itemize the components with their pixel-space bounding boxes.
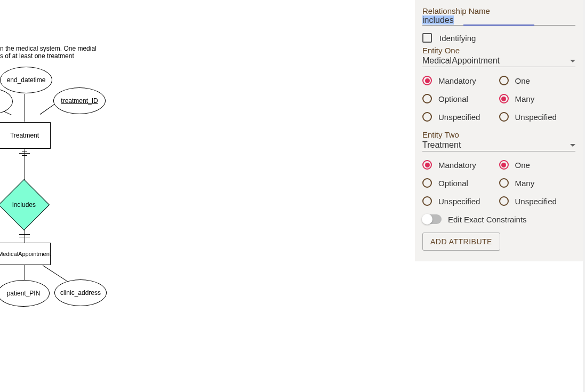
exact-constraints-toggle[interactable]	[422, 214, 442, 224]
exact-constraints-toggle-row[interactable]: Edit Exact Constraints	[422, 214, 575, 224]
entity-two-unspecified-card-radio[interactable]: Unspecified	[499, 196, 576, 206]
diagram-description: n the medical system. One medial s of at…	[0, 45, 97, 60]
entity-two-one-radio[interactable]: One	[499, 160, 576, 170]
connector	[19, 234, 30, 235]
connector	[22, 155, 27, 156]
entity-two-label: Entity Two	[422, 130, 575, 139]
diagram-canvas[interactable]: n the medical system. One medial s of at…	[0, 0, 415, 392]
connector	[19, 153, 30, 154]
entity-two-many-radio[interactable]: Many	[499, 178, 576, 188]
entity-two-unspecified-part-radio[interactable]: Unspecified	[422, 196, 499, 206]
connector	[19, 237, 30, 237]
exact-constraints-label: Edit Exact Constraints	[448, 215, 527, 224]
attribute-end-datetime[interactable]: end_datetime	[0, 67, 52, 93]
entity-one-unspecified-card-radio[interactable]: Unspecified	[499, 112, 576, 122]
vertical-scrollbar[interactable]	[583, 0, 585, 392]
identifying-checkbox[interactable]	[422, 33, 432, 43]
entity-two-mandatory-radio[interactable]: Mandatory	[422, 160, 499, 170]
connector	[22, 151, 27, 151]
entity-two-radio-grid: Mandatory One Optional Many Unspecified …	[422, 157, 575, 209]
attribute-treatment-id[interactable]: treatment_ID	[53, 87, 106, 114]
entity-one-one-radio[interactable]: One	[499, 76, 576, 85]
chevron-down-icon	[570, 60, 575, 62]
relationship-name-input[interactable]: includes	[422, 15, 454, 25]
connector	[25, 265, 25, 280]
entity-one-optional-radio[interactable]: Optional	[422, 94, 499, 103]
entity-two-select[interactable]: Treatment	[422, 139, 575, 151]
connector	[25, 94, 25, 122]
relationship-name-input-wrap[interactable]: includes	[422, 15, 575, 26]
attribute-patient-pin[interactable]: patient_PIN	[0, 280, 50, 307]
relationship-includes[interactable]: includes	[0, 179, 50, 230]
entity-medical-appointment[interactable]: MedicalAppointment	[0, 243, 51, 265]
entity-one-mandatory-radio[interactable]: Mandatory	[422, 76, 499, 85]
entity-one-label: Entity One	[422, 46, 575, 55]
entity-one-radio-grid: Mandatory One Optional Many Unspecified …	[422, 73, 575, 125]
identifying-label: Identifying	[439, 34, 476, 43]
entity-one-unspecified-part-radio[interactable]: Unspecified	[422, 112, 499, 122]
attribute-clinic-address[interactable]: clinic_address	[54, 279, 107, 306]
identifying-checkbox-row[interactable]: Identifying	[422, 33, 575, 43]
attribute-partial[interactable]: e	[0, 88, 13, 115]
entity-one-many-radio[interactable]: Many	[499, 94, 576, 103]
add-attribute-button[interactable]: ADD ATTRIBUTE	[422, 233, 500, 251]
entity-one-select[interactable]: MedicalAppointment	[422, 55, 575, 67]
chevron-down-icon	[570, 144, 575, 147]
entity-treatment[interactable]: Treatment	[0, 122, 51, 149]
entity-two-optional-radio[interactable]: Optional	[422, 178, 499, 188]
properties-panel: Relationship Name includes Identifying E…	[415, 0, 583, 261]
